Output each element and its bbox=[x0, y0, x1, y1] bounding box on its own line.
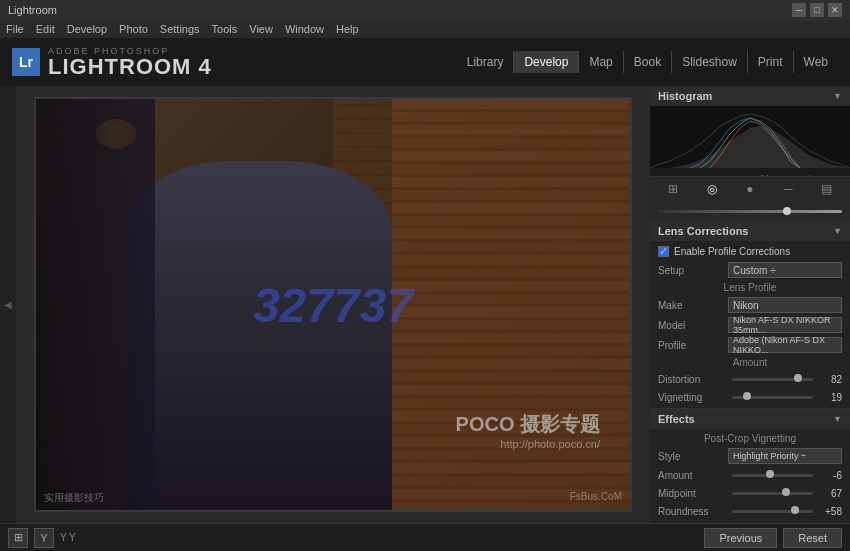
setup-dropdown[interactable]: Custom ÷ bbox=[728, 262, 842, 278]
reset-button[interactable]: Reset bbox=[783, 528, 842, 548]
tab-web[interactable]: Web bbox=[793, 51, 838, 73]
title-bar-text: Lightroom bbox=[8, 4, 57, 16]
vignetting-label: Vignetting bbox=[658, 392, 728, 403]
title-bar: Lightroom ─ □ ✕ bbox=[0, 0, 850, 20]
distortion-row: Distortion 82 bbox=[650, 370, 850, 388]
profile-value: Adobe (Nikon AF-S DX NIKKO... bbox=[733, 335, 837, 355]
bottom-icon-1[interactable]: ⊞ bbox=[8, 528, 28, 548]
histogram-title: Histogram bbox=[658, 90, 712, 102]
histogram-svg bbox=[650, 106, 850, 168]
menu-tools[interactable]: Tools bbox=[212, 23, 238, 35]
minimize-button[interactable]: ─ bbox=[792, 3, 806, 17]
model-label: Model bbox=[658, 320, 728, 331]
photo-area: 327737 POCO 摄影专题 http://photo.poco.cn/ 实… bbox=[16, 86, 650, 523]
roundness-slider[interactable] bbox=[732, 510, 813, 513]
midpoint-label: Midpoint bbox=[658, 488, 728, 499]
setup-label: Setup bbox=[658, 265, 728, 276]
photo-background: 327737 POCO 摄影专题 http://photo.poco.cn/ 实… bbox=[36, 99, 630, 510]
person-silhouette bbox=[125, 161, 392, 510]
menu-window[interactable]: Window bbox=[285, 23, 324, 35]
redeye-tool[interactable]: ─ bbox=[778, 179, 798, 199]
effects-amount-slider[interactable] bbox=[732, 474, 813, 477]
histogram-shutter: 1/50 sec bbox=[802, 174, 836, 176]
grad-tool[interactable]: ▤ bbox=[817, 179, 837, 199]
style-dropdown[interactable]: Highlight Priority ÷ bbox=[728, 448, 842, 464]
header-left: Lr ADOBE PHOTOSHOP LIGHTROOM 4 bbox=[12, 46, 212, 78]
healing-tool[interactable]: ◎ bbox=[702, 179, 722, 199]
make-dropdown[interactable]: Nikon bbox=[728, 297, 842, 313]
bottom-label: Y Y bbox=[60, 532, 76, 543]
effects-amount-row: Amount -6 bbox=[650, 466, 850, 484]
nav-tabs: Library Develop Map Book Slideshow Print… bbox=[457, 51, 838, 73]
make-label: Make bbox=[658, 300, 728, 311]
tab-library[interactable]: Library bbox=[457, 51, 514, 73]
enable-profile-row: ✓ Enable Profile Corrections bbox=[650, 243, 850, 260]
lens-corrections-header[interactable]: Lens Corrections ▼ bbox=[650, 221, 850, 241]
vignetting-slider[interactable] bbox=[732, 396, 813, 399]
lens-profile-title: Lens Profile bbox=[650, 280, 850, 295]
effects-content: Post-Crop Vignetting Style Highlight Pri… bbox=[650, 429, 850, 523]
tone-slider[interactable] bbox=[658, 210, 842, 213]
previous-button[interactable]: Previous bbox=[704, 528, 777, 548]
effects-header[interactable]: Effects ▼ bbox=[650, 409, 850, 429]
effects-title: Effects bbox=[658, 413, 695, 425]
histogram-header[interactable]: Histogram ▼ bbox=[650, 86, 850, 106]
vignetting-row: Vignetting 19 bbox=[650, 388, 850, 406]
enable-profile-label: Enable Profile Corrections bbox=[674, 246, 790, 257]
enable-profile-checkbox[interactable]: ✓ bbox=[658, 246, 669, 257]
effects-amount-label: Amount bbox=[658, 470, 728, 481]
watermark-number: 327737 bbox=[253, 277, 413, 332]
logo-area: ADOBE PHOTOSHOP LIGHTROOM 4 bbox=[48, 46, 212, 78]
bottom-left: ⊞ Y Y Y bbox=[8, 528, 76, 548]
feather-row: Feather 100 bbox=[650, 520, 850, 523]
vignetting-value: 19 bbox=[817, 392, 842, 403]
make-row: Make Nikon bbox=[650, 295, 850, 315]
profile-dropdown[interactable]: Adobe (Nikon AF-S DX NIKKO... bbox=[728, 337, 842, 353]
close-button[interactable]: ✕ bbox=[828, 3, 842, 17]
menu-photo[interactable]: Photo bbox=[119, 23, 148, 35]
model-value: Nikon AF-S DX NIKKOR 35mm... bbox=[733, 315, 837, 335]
logo-title: LIGHTROOM 4 bbox=[48, 56, 212, 78]
model-dropdown[interactable]: Nikon AF-S DX NIKKOR 35mm... bbox=[728, 317, 842, 333]
menu-bar: File Edit Develop Photo Settings Tools V… bbox=[0, 20, 850, 38]
histogram-iso: ISO 640 bbox=[664, 174, 697, 176]
photo-frame: 327737 POCO 摄影专题 http://photo.poco.cn/ 实… bbox=[34, 97, 632, 512]
distortion-label: Distortion bbox=[658, 374, 728, 385]
style-row: Style Highlight Priority ÷ bbox=[650, 446, 850, 466]
spot-tool[interactable]: ● bbox=[740, 179, 760, 199]
lr-badge: Lr bbox=[12, 48, 40, 76]
menu-help[interactable]: Help bbox=[336, 23, 359, 35]
lens-corrections-content: ✓ Enable Profile Corrections Setup Custo… bbox=[650, 241, 850, 408]
menu-edit[interactable]: Edit bbox=[36, 23, 55, 35]
roundness-label: Roundness bbox=[658, 506, 728, 517]
histogram-info: ISO 640 35mm f / 2.5 1/50 sec bbox=[650, 170, 850, 176]
maximize-button[interactable]: □ bbox=[810, 3, 824, 17]
midpoint-slider[interactable] bbox=[732, 492, 813, 495]
tools-row: ⊞ ◎ ● ─ ▤ bbox=[650, 177, 850, 201]
main-area: ◀ 327737 POCO 摄影专题 http://photo.poco.cn/ bbox=[0, 86, 850, 523]
crop-tool[interactable]: ⊞ bbox=[663, 179, 683, 199]
histogram-canvas: ISO 640 35mm f / 2.5 1/50 sec bbox=[650, 106, 850, 176]
menu-develop[interactable]: Develop bbox=[67, 23, 107, 35]
header: Lr ADOBE PHOTOSHOP LIGHTROOM 4 Library D… bbox=[0, 38, 850, 86]
distortion-slider[interactable] bbox=[732, 378, 813, 381]
right-panel: Histogram ▼ bbox=[650, 86, 850, 523]
model-row: Model Nikon AF-S DX NIKKOR 35mm... bbox=[650, 315, 850, 335]
histogram-fstop: f / 2.5 bbox=[760, 174, 783, 176]
bottom-icon-2[interactable]: Y bbox=[34, 528, 54, 548]
menu-settings[interactable]: Settings bbox=[160, 23, 200, 35]
menu-view[interactable]: View bbox=[249, 23, 273, 35]
left-panel: ◀ bbox=[0, 86, 16, 523]
histogram-section: Histogram ▼ bbox=[650, 86, 850, 177]
tab-book[interactable]: Book bbox=[623, 51, 671, 73]
tab-map[interactable]: Map bbox=[578, 51, 622, 73]
menu-file[interactable]: File bbox=[6, 23, 24, 35]
distortion-value: 82 bbox=[817, 374, 842, 385]
tab-slideshow[interactable]: Slideshow bbox=[671, 51, 747, 73]
tab-develop[interactable]: Develop bbox=[513, 51, 578, 73]
tab-print[interactable]: Print bbox=[747, 51, 793, 73]
watermark-poco-area: POCO 摄影专题 http://photo.poco.cn/ bbox=[456, 411, 600, 450]
roundness-value: +58 bbox=[817, 506, 842, 517]
midpoint-value: 67 bbox=[817, 488, 842, 499]
title-bar-controls: ─ □ ✕ bbox=[792, 3, 842, 17]
